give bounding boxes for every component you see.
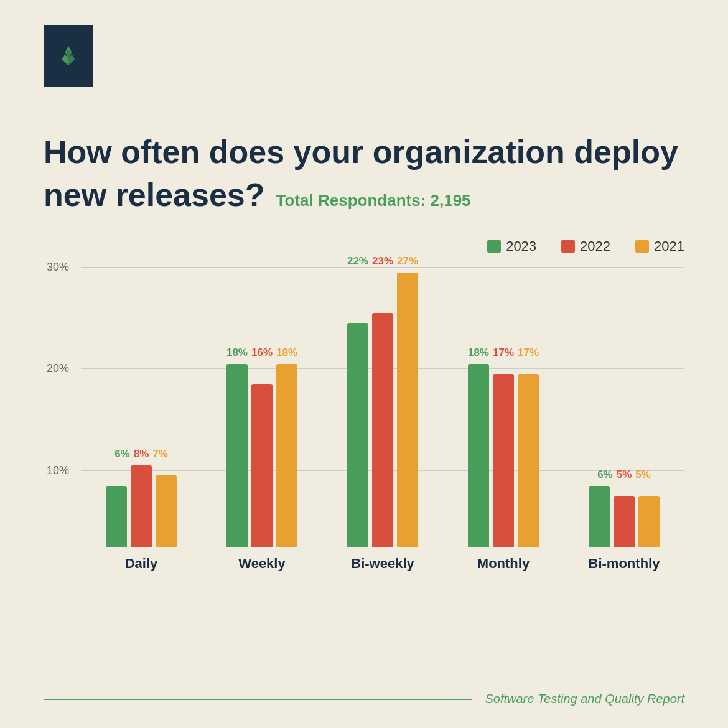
- bar-value-1-2: 18%: [276, 347, 297, 359]
- bar-1-1: [251, 384, 273, 546]
- bar-0-0: [106, 486, 127, 547]
- chart-container: 2023 2022 2021 30% 20%: [44, 238, 684, 624]
- bar-2-1: [372, 313, 393, 547]
- bar-values-4: 6%5%5%: [597, 469, 651, 483]
- respondants-label: Total Respondants: 2,195: [276, 191, 471, 210]
- bar-group-label-3: Monthly: [477, 556, 530, 572]
- bar-group-bars-3: [468, 364, 539, 547]
- bar-group-weekly: 18%16%18%Weekly: [202, 347, 322, 572]
- chart-inner: 30% 20% 10% 6%8%7%Daily18%16%18%Weekly22…: [44, 267, 684, 572]
- grid-line-0: [81, 572, 684, 572]
- bar-3-0: [468, 364, 489, 547]
- footer-report-name: Software Testing and Quality Report: [485, 692, 684, 706]
- legend-item-2021: 2021: [635, 238, 684, 254]
- bar-group-bars-1: [226, 364, 297, 547]
- bar-group-label-0: Daily: [125, 556, 158, 572]
- bar-value-2-1: 23%: [372, 255, 393, 268]
- bar-value-1-1: 16%: [251, 347, 273, 359]
- bar-value-0-0: 6%: [114, 448, 130, 460]
- bar-value-2-0: 22%: [347, 255, 368, 268]
- bar-4-0: [589, 486, 610, 547]
- bar-group-bars-0: [106, 465, 177, 547]
- grid-label-30: 30%: [47, 260, 69, 273]
- bar-value-4-1: 5%: [617, 469, 632, 481]
- legend-dot-2021: [635, 240, 649, 253]
- bar-value-4-2: 5%: [635, 469, 651, 481]
- bar-4-2: [638, 496, 660, 547]
- bar-group-bi-monthly: 6%5%5%Bi-monthly: [564, 469, 684, 572]
- bar-group-label-4: Bi-monthly: [589, 556, 660, 572]
- bar-group-bars-2: [347, 273, 418, 547]
- footer-line: [44, 699, 472, 700]
- legend-label-2023: 2023: [506, 238, 536, 254]
- bar-value-4-0: 6%: [597, 469, 613, 481]
- bar-group-daily: 6%8%7%Daily: [81, 448, 202, 572]
- bar-value-1-0: 18%: [226, 347, 248, 359]
- bar-values-3: 18%17%17%: [468, 347, 539, 362]
- bar-group-label-2: Bi-weekly: [351, 556, 414, 572]
- legend-dot-2023: [487, 240, 501, 253]
- bar-group-bars-4: [589, 486, 660, 547]
- legend-dot-2022: [561, 240, 575, 253]
- grid-label-20: 20%: [47, 362, 69, 375]
- bar-values-2: 22%23%27%: [347, 255, 418, 270]
- main-title-line1: How often does your organization deploy: [44, 134, 684, 171]
- bar-value-3-1: 17%: [493, 347, 514, 359]
- main-title-line2: new releases?: [44, 176, 265, 213]
- bar-1-0: [226, 364, 248, 547]
- bar-2-2: [397, 273, 418, 547]
- bar-2-0: [347, 323, 368, 546]
- bar-1-2: [276, 364, 297, 547]
- legend-label-2022: 2022: [580, 238, 610, 254]
- grid-label-10: 10%: [47, 464, 69, 477]
- bar-4-1: [614, 496, 635, 547]
- bar-3-2: [518, 374, 539, 547]
- bar-value-3-0: 18%: [468, 347, 489, 359]
- title-section: How often does your organization deploy …: [44, 134, 684, 213]
- bar-0-1: [131, 465, 152, 547]
- bar-0-2: [156, 475, 177, 546]
- chart-legend: 2023 2022 2021: [44, 238, 684, 254]
- bar-group-monthly: 18%17%17%Monthly: [443, 347, 564, 572]
- bar-value-0-2: 7%: [152, 448, 168, 460]
- bar-3-1: [493, 374, 514, 547]
- logo: [44, 25, 93, 87]
- legend-item-2023: 2023: [487, 238, 536, 254]
- footer: Software Testing and Quality Report: [44, 692, 684, 706]
- bars-area: 6%8%7%Daily18%16%18%Weekly22%23%27%Bi-we…: [81, 267, 684, 572]
- bar-group-label-1: Weekly: [238, 556, 285, 572]
- page-container: How often does your organization deploy …: [0, 0, 728, 728]
- bar-group-bi-weekly: 22%23%27%Bi-weekly: [322, 255, 443, 572]
- logo-icon: [56, 44, 81, 68]
- bar-values-1: 18%16%18%: [226, 347, 297, 362]
- bar-value-3-2: 17%: [518, 347, 539, 359]
- bar-value-0-1: 8%: [134, 448, 149, 460]
- bar-values-0: 6%8%7%: [114, 448, 168, 463]
- bar-value-2-2: 27%: [397, 255, 418, 268]
- legend-label-2021: 2021: [654, 238, 684, 254]
- legend-item-2022: 2022: [561, 238, 610, 254]
